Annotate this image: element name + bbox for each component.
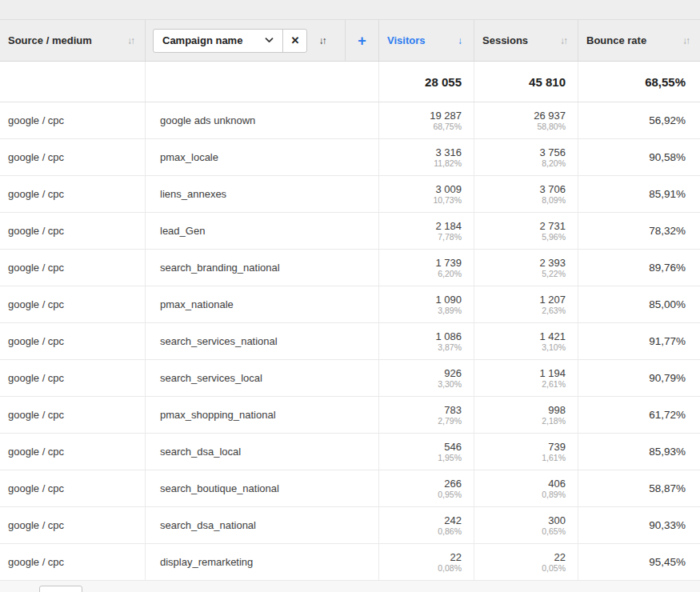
sessions-cell: 1 207 2,63% <box>474 286 578 322</box>
campaign-name-cell[interactable]: display_remarketing <box>146 544 379 580</box>
sessions-cell: 3 756 8,20% <box>474 139 578 175</box>
sessions-percent: 8,20% <box>542 158 566 169</box>
campaign-name-select[interactable]: Campaign name <box>154 30 282 52</box>
table-row[interactable]: google / cpc pmax_shopping_national 783 … <box>0 397 700 434</box>
rows-limit-selector-partial[interactable] <box>39 586 82 592</box>
campaign-name-cell[interactable]: search_dsa_national <box>146 507 379 543</box>
remove-dimension-button[interactable]: ✕ <box>282 30 306 52</box>
visitors-percent: 3,30% <box>438 379 462 390</box>
campaign-name-cell[interactable]: search_dsa_local <box>146 434 379 470</box>
source-medium-cell: google / cpc <box>0 250 146 286</box>
visitors-value: 926 <box>444 367 462 379</box>
campaign-name-cell[interactable]: lead_Gen <box>146 213 379 249</box>
visitors-percent: 11,82% <box>434 158 462 169</box>
bounce-rate-cell: 90,33% <box>578 507 700 543</box>
table-row[interactable]: google / cpc search_services_national 1 … <box>0 323 700 360</box>
sessions-cell: 1 194 2,61% <box>474 360 578 396</box>
visitors-percent: 68,75% <box>433 122 462 132</box>
sessions-value: 3 706 <box>539 183 566 195</box>
campaign-name-cell[interactable]: pmax_shopping_national <box>146 397 379 433</box>
bounce-rate-cell: 56,92% <box>578 102 700 138</box>
campaign-name-cell[interactable]: search_services_local <box>146 360 379 396</box>
campaign-name-cell[interactable]: google ads unknown <box>146 102 379 138</box>
visitors-cell: 22 0,08% <box>379 544 474 580</box>
campaign-name-cell[interactable]: search_branding_national <box>146 250 379 286</box>
bounce-rate-cell: 90,79% <box>578 360 700 396</box>
bounce-rate-cell: 78,32% <box>578 213 700 249</box>
sessions-value: 22 <box>554 551 566 563</box>
table-top-strip <box>0 0 700 20</box>
column-header-bounce-rate[interactable]: Bounce rate ↓↑ <box>578 20 700 61</box>
visitors-cell: 2 184 7,78% <box>379 213 474 249</box>
table-row[interactable]: google / cpc search_boutique_national 26… <box>0 470 700 507</box>
sessions-cell: 22 0,05% <box>474 544 578 580</box>
campaign-name-cell[interactable]: search_services_national <box>146 323 379 359</box>
sessions-percent: 2,61% <box>542 379 566 390</box>
sessions-value: 2 393 <box>539 257 566 269</box>
visitors-value: 1 086 <box>435 330 462 342</box>
sessions-cell: 739 1,61% <box>474 434 578 470</box>
table-row[interactable]: google / cpc search_dsa_local 546 1,95% … <box>0 434 700 470</box>
sort-icon-bounce-rate[interactable]: ↓↑ <box>682 35 689 46</box>
campaign-select-value: Campaign name <box>162 34 242 46</box>
campaign-name-cell[interactable]: liens_annexes <box>146 176 379 212</box>
sessions-value: 2 731 <box>539 220 566 232</box>
campaign-name-cell[interactable]: search_boutique_national <box>146 470 379 506</box>
bounce-rate-cell: 90,58% <box>578 139 700 175</box>
totals-visitors: 28 055 <box>379 62 474 102</box>
add-column-button[interactable]: + <box>358 34 366 48</box>
visitors-label: Visitors <box>387 34 425 46</box>
column-header-sessions[interactable]: Sessions ↓↑ <box>474 20 578 61</box>
bounce-rate-label: Bounce rate <box>586 34 646 46</box>
visitors-cell: 242 0,86% <box>379 507 474 543</box>
column-header-campaign: Campaign name ✕ ↓↑ <box>146 20 346 61</box>
campaign-name-cell[interactable]: pmax_locale <box>146 139 379 175</box>
table-row[interactable]: google / cpc search_branding_national 1 … <box>0 250 700 286</box>
visitors-value: 242 <box>444 514 462 526</box>
sort-icon-campaign[interactable]: ↓↑ <box>318 35 325 46</box>
visitors-value: 266 <box>444 478 462 490</box>
visitors-value: 19 287 <box>430 110 462 122</box>
table-row[interactable]: google / cpc search_dsa_national 242 0,8… <box>0 507 700 544</box>
sessions-cell: 998 2,18% <box>474 397 578 433</box>
bounce-rate-cell: 91,77% <box>578 323 700 359</box>
visitors-cell: 266 0,95% <box>379 470 474 506</box>
table-header-row: Source / medium ↓↑ Campaign name ✕ ↓↑ + <box>0 20 700 62</box>
visitors-cell: 19 287 68,75% <box>379 102 474 138</box>
table-row[interactable]: google / cpc display_remarketing 22 0,08… <box>0 544 700 581</box>
sessions-cell: 300 0,65% <box>474 507 578 543</box>
sessions-cell: 3 706 8,09% <box>474 176 578 212</box>
table-row[interactable]: google / cpc lead_Gen 2 184 7,78% 2 731 … <box>0 213 700 250</box>
column-header-source-medium[interactable]: Source / medium ↓↑ <box>0 20 146 61</box>
table-row[interactable]: google / cpc liens_annexes 3 009 10,73% … <box>0 176 700 213</box>
table-row[interactable]: google / cpc pmax_locale 3 316 11,82% 3 … <box>0 139 700 176</box>
sessions-value: 3 756 <box>539 146 566 158</box>
visitors-cell: 926 3,30% <box>379 360 474 396</box>
bounce-rate-cell: 95,45% <box>578 544 700 580</box>
source-medium-cell: google / cpc <box>0 323 146 359</box>
column-header-visitors[interactable]: Visitors ↓ <box>379 20 474 61</box>
sessions-value: 1 207 <box>539 294 566 306</box>
visitors-percent: 7,78% <box>438 232 462 242</box>
table-row[interactable]: google / cpc search_services_local 926 3… <box>0 360 700 397</box>
table-row[interactable]: google / cpc google ads unknown 19 287 6… <box>0 102 700 139</box>
analytics-table-view: Source / medium ↓↑ Campaign name ✕ ↓↑ + <box>0 0 700 592</box>
source-medium-cell: google / cpc <box>0 213 146 249</box>
visitors-percent: 6,20% <box>438 269 462 279</box>
sessions-cell: 2 393 5,22% <box>474 250 578 286</box>
sort-icon-source-medium[interactable]: ↓↑ <box>127 35 134 46</box>
visitors-cell: 3 316 11,82% <box>379 139 474 175</box>
sort-icon-sessions[interactable]: ↓↑ <box>560 35 566 46</box>
sessions-percent: 8,09% <box>542 195 566 206</box>
visitors-cell: 783 2,79% <box>379 397 474 433</box>
sort-icon-visitors-desc[interactable]: ↓ <box>458 35 462 46</box>
sessions-cell: 2 731 5,96% <box>474 213 578 249</box>
totals-source-medium <box>0 62 146 102</box>
source-medium-label: Source / medium <box>8 34 92 46</box>
sessions-cell: 26 937 58,80% <box>474 102 578 138</box>
visitors-percent: 2,79% <box>438 416 462 426</box>
visitors-cell: 1 090 3,89% <box>379 286 474 322</box>
totals-campaign <box>146 62 379 102</box>
campaign-name-cell[interactable]: pmax_nationale <box>146 286 379 322</box>
table-row[interactable]: google / cpc pmax_nationale 1 090 3,89% … <box>0 286 700 323</box>
